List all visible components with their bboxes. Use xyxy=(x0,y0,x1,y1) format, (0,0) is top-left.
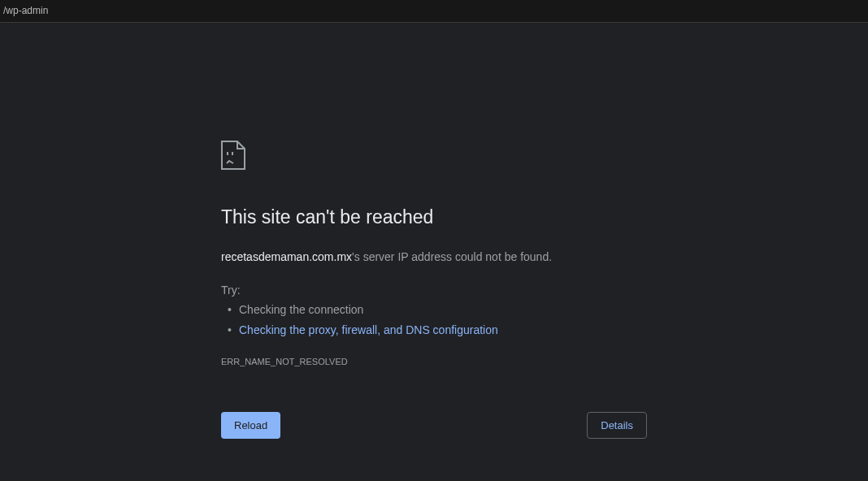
try-section: Try: Checking the connection Checking th… xyxy=(221,284,647,339)
content-wrapper: This site can't be reached recetasdemama… xyxy=(0,23,868,439)
suggestion-item: Checking the connection xyxy=(239,301,647,318)
try-list: Checking the connection Checking the pro… xyxy=(221,301,647,339)
error-domain: recetasdemaman.com.mx xyxy=(221,250,352,263)
error-code: ERR_NAME_NOT_RESOLVED xyxy=(221,357,647,366)
error-message: recetasdemaman.com.mx's server IP addres… xyxy=(221,249,647,266)
try-label: Try: xyxy=(221,284,647,297)
details-button[interactable]: Details xyxy=(587,412,647,439)
error-title: This site can't be reached xyxy=(221,206,647,228)
sad-page-icon xyxy=(221,141,245,170)
error-message-text: 's server IP address could not be found. xyxy=(352,250,552,263)
reload-button[interactable]: Reload xyxy=(221,412,280,439)
address-bar[interactable]: /wp-admin xyxy=(0,0,868,23)
url-text: /wp-admin xyxy=(3,5,48,16)
suggestion-link[interactable]: Checking the proxy, firewall, and DNS co… xyxy=(239,322,647,339)
button-row: Reload Details xyxy=(221,412,647,439)
svg-rect-1 xyxy=(232,152,233,155)
svg-rect-0 xyxy=(227,152,228,155)
error-container: This site can't be reached recetasdemama… xyxy=(221,141,647,439)
